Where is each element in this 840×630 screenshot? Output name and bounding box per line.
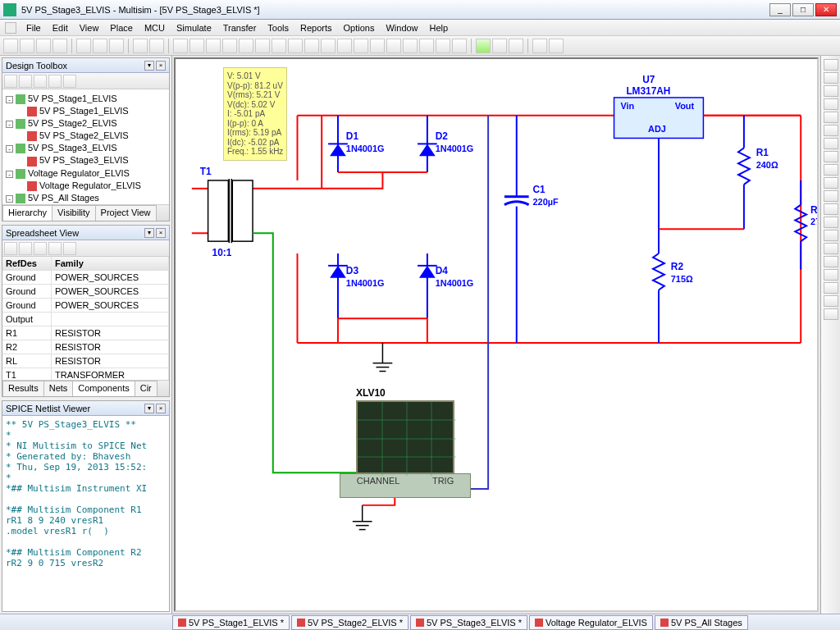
tab-visibility[interactable]: Visibility <box>52 205 96 221</box>
close-button[interactable]: ✕ <box>815 3 837 16</box>
ss-btn-4[interactable] <box>48 242 62 255</box>
panel-menu-button[interactable]: ▾ <box>144 61 154 71</box>
new-button[interactable] <box>3 39 18 53</box>
tab-results[interactable]: Results <box>2 381 44 396</box>
menu-transfer[interactable]: Transfer <box>218 21 262 34</box>
copy-button[interactable] <box>93 39 107 53</box>
tool-s[interactable] <box>532 39 547 53</box>
instr-18[interactable] <box>824 282 838 294</box>
ss-btn-3[interactable] <box>34 242 47 255</box>
instr-17[interactable] <box>824 269 838 281</box>
tree-node[interactable]: 5V PS_Stage1_ELVIS <box>6 105 166 117</box>
tool-c[interactable] <box>206 39 221 53</box>
ss-btn-2[interactable] <box>19 242 32 255</box>
ss-btn-5[interactable] <box>63 242 76 255</box>
menu-window[interactable]: Window <box>381 21 422 34</box>
grid-row[interactable]: T1TRANSFORMER <box>2 368 169 380</box>
menu-file[interactable]: File <box>21 21 46 34</box>
maximize-button[interactable]: □ <box>792 3 814 16</box>
tree-node[interactable]: -5V PS_Stage2_ELVIS <box>6 117 166 130</box>
stop-button[interactable] <box>509 39 523 53</box>
tool-i[interactable] <box>304 39 319 53</box>
ss-btn-1[interactable] <box>4 242 17 255</box>
tool-b[interactable] <box>189 39 204 53</box>
grid-row[interactable]: RLRESISTOR <box>2 354 169 368</box>
tool-p[interactable] <box>419 39 434 53</box>
component-transformer[interactable] <box>208 179 253 243</box>
redo-button[interactable] <box>149 39 164 53</box>
grid-row[interactable]: Output <box>2 313 169 326</box>
tree-node[interactable]: -5V PS_Stage1_ELVIS <box>6 93 166 105</box>
panel-close-button[interactable]: × <box>156 61 166 71</box>
instrument-scope[interactable]: XLV10 CHANNEL TRIG <box>356 387 471 498</box>
tab-hierarchy[interactable]: Hierarchy <box>2 205 52 221</box>
doc-tab-1[interactable]: 5V PS_Stage1_ELVIS * <box>172 615 290 630</box>
cut-button[interactable] <box>76 39 91 53</box>
tab-components[interactable]: Components <box>72 381 135 396</box>
grid-row[interactable]: GroundPOWER_SOURCES <box>2 285 169 299</box>
grid-row[interactable]: R2RESISTOR <box>2 340 169 354</box>
tool-a[interactable] <box>173 39 188 53</box>
print-button[interactable] <box>52 39 67 53</box>
tool-k[interactable] <box>337 39 352 53</box>
toolbox-btn-5[interactable] <box>63 75 76 88</box>
schematic-canvas[interactable]: V: 5.01 VV(p-p): 81.2 uVV(rms): 5.21 VV(… <box>174 57 819 612</box>
control-menu-icon[interactable] <box>5 22 16 34</box>
tab-nets[interactable]: Nets <box>43 381 74 396</box>
instr-15[interactable] <box>824 243 838 254</box>
component-r2[interactable] <box>653 229 664 343</box>
component-d1[interactable] <box>328 116 348 172</box>
toolbox-btn-2[interactable] <box>19 75 32 88</box>
instr-4[interactable] <box>824 98 838 110</box>
instr-16[interactable] <box>824 256 838 267</box>
tool-h[interactable] <box>288 39 303 53</box>
tool-e[interactable] <box>239 39 253 53</box>
doc-tab-4[interactable]: Voltage Regulator_ELVIS <box>529 615 653 630</box>
tool-n[interactable] <box>386 39 401 53</box>
instr-12[interactable] <box>824 203 838 215</box>
open-button[interactable] <box>20 39 34 53</box>
component-grid[interactable]: RefDesFamilyGroundPOWER_SOURCESGroundPOW… <box>2 257 169 380</box>
doc-tab-5[interactable]: 5V PS_All Stages <box>655 615 748 630</box>
menu-place[interactable]: Place <box>105 21 138 34</box>
panel-menu-button[interactable]: ▾ <box>144 404 154 413</box>
instr-13[interactable] <box>824 217 838 228</box>
tree-node[interactable]: -5V PS_All Stages <box>6 192 166 204</box>
tab-cir[interactable]: Cir <box>135 381 158 396</box>
instr-11[interactable] <box>824 190 838 202</box>
tool-t[interactable] <box>549 39 564 53</box>
instr-5[interactable] <box>824 112 838 123</box>
tree-node[interactable]: 5V PS_Stage2_ELVIS <box>6 130 166 142</box>
instr-19[interactable] <box>824 295 838 307</box>
grid-row[interactable]: GroundPOWER_SOURCES <box>2 271 169 285</box>
toolbox-btn-3[interactable] <box>34 75 47 88</box>
menu-options[interactable]: Options <box>339 21 380 34</box>
instr-7[interactable] <box>824 138 838 149</box>
tree-node[interactable]: Voltage Regulator_ELVIS <box>6 180 166 192</box>
instr-10[interactable] <box>824 177 838 189</box>
tree-node[interactable]: 5V PS_Stage3_ELVIS <box>6 154 166 167</box>
tool-r[interactable] <box>452 39 467 53</box>
instr-9[interactable] <box>824 164 838 176</box>
tool-g[interactable] <box>272 39 286 53</box>
panel-close-button[interactable]: × <box>156 228 166 238</box>
toolbox-btn-4[interactable] <box>48 75 62 88</box>
tool-o[interactable] <box>403 39 418 53</box>
doc-tab-2[interactable]: 5V PS_Stage2_ELVIS * <box>291 615 409 630</box>
menu-tools[interactable]: Tools <box>262 21 294 34</box>
toolbox-btn-1[interactable] <box>4 75 17 88</box>
grid-row[interactable]: GroundPOWER_SOURCES <box>2 299 169 313</box>
tool-m[interactable] <box>370 39 385 53</box>
instr-6[interactable] <box>824 125 838 136</box>
component-c1[interactable] <box>504 116 529 343</box>
tree-node[interactable]: -Voltage Regulator_ELVIS <box>6 167 166 180</box>
instr-1[interactable] <box>824 59 838 71</box>
instr-2[interactable] <box>824 72 838 84</box>
menu-help[interactable]: Help <box>425 21 454 34</box>
menu-reports[interactable]: Reports <box>295 21 337 34</box>
design-tree[interactable]: -5V PS_Stage1_ELVIS5V PS_Stage1_ELVIS-5V… <box>2 89 169 204</box>
grid-row[interactable]: R1RESISTOR <box>2 326 169 340</box>
menu-view[interactable]: View <box>75 21 104 34</box>
tab-project-view[interactable]: Project View <box>95 205 157 221</box>
component-d3[interactable] <box>328 253 348 318</box>
